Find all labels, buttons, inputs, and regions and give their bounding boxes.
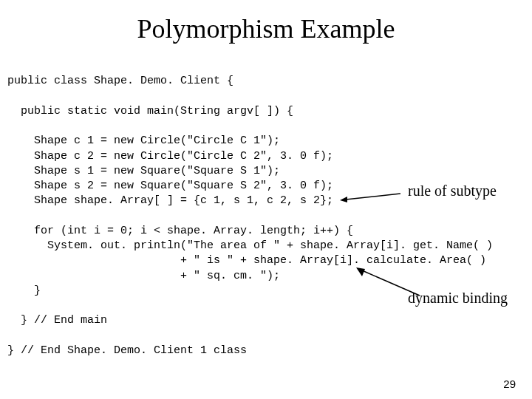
code-line: } // End Shape. Demo. Client 1 class: [7, 344, 247, 357]
code-line: Shape c 1 = new Circle("Circle C 1");: [7, 134, 280, 147]
code-line: }: [7, 284, 41, 297]
arrow-subtype: [340, 189, 406, 207]
code-line: public static void main(String argv[ ]) …: [7, 105, 293, 117]
svg-marker-1: [340, 197, 347, 202]
code-line: for (int i = 0; i < shape. Array. length…: [7, 225, 353, 237]
code-block: public class Shape. Demo. Client { publi…: [0, 59, 532, 358]
code-line: Shape c 2 = new Circle("Circle C 2", 3. …: [7, 150, 333, 163]
svg-line-0: [346, 194, 400, 200]
annotation-subtype: rule of subtype: [408, 183, 497, 200]
code-line: Shape s 2 = new Square("Square S 2", 3. …: [7, 180, 333, 192]
code-line: Shape shape. Array[ ] = {c 1, s 1, c 2, …: [7, 194, 333, 207]
code-line: + " sq. cm. ");: [7, 270, 280, 282]
code-line: + " is " + shape. Array[i]. calculate. A…: [7, 254, 486, 267]
page-title: Polymorphism Example: [0, 0, 532, 59]
annotation-dynamic: dynamic binding: [408, 290, 508, 307]
code-line: Shape s 1 = new Square("Square S 1");: [7, 165, 280, 177]
code-line: System. out. println("The area of " + sh…: [7, 239, 493, 252]
svg-marker-3: [356, 267, 365, 276]
code-line: } // End main: [7, 314, 107, 327]
code-line: public class Shape. Demo. Client {: [7, 75, 233, 87]
page-number: 29: [503, 378, 516, 390]
